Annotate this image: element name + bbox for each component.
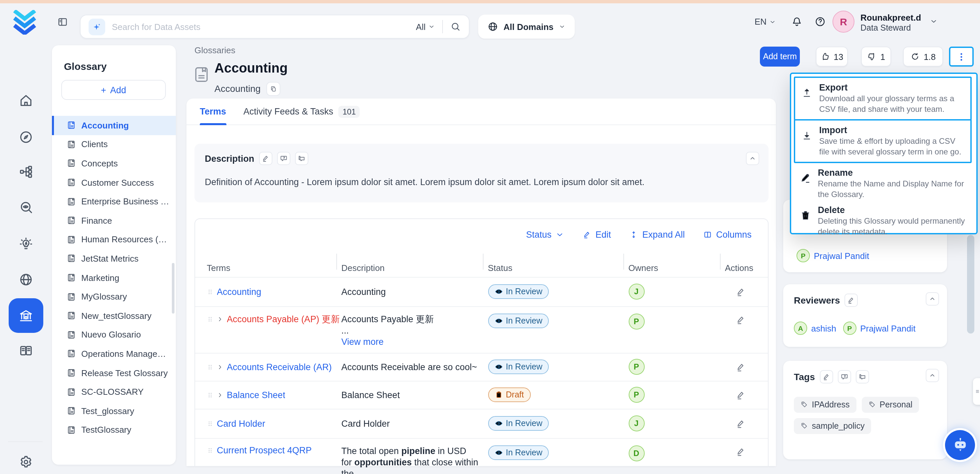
- owner-avatar[interactable]: J: [628, 415, 644, 431]
- edit-description-button[interactable]: [259, 152, 272, 165]
- glossary-item-12[interactable]: Operations Management: [52, 344, 176, 363]
- term-link[interactable]: Accounts Receivable (AR): [227, 362, 332, 372]
- glossary-item-1[interactable]: Clients: [52, 135, 176, 154]
- search-scope-dropdown[interactable]: All: [416, 22, 435, 32]
- drag-handle-icon[interactable]: [207, 315, 213, 323]
- assistant-chat-button[interactable]: [945, 430, 975, 460]
- app-logo-icon[interactable]: [13, 10, 37, 35]
- suggestions-button[interactable]: [295, 152, 309, 165]
- column-header-actions[interactable]: Actions: [725, 259, 768, 277]
- tag-chip[interactable]: IPAddress: [794, 396, 856, 412]
- sidebar-toggle-icon[interactable]: [57, 17, 68, 27]
- status-badge[interactable]: In Review: [488, 313, 549, 328]
- term-link[interactable]: Card Holder: [217, 418, 266, 428]
- edit-term-icon[interactable]: [736, 363, 746, 372]
- status-filter-dropdown[interactable]: Status: [526, 229, 565, 239]
- ai-sparkle-icon[interactable]: [89, 18, 105, 35]
- drag-handle-icon[interactable]: [207, 419, 213, 428]
- all-domains-dropdown[interactable]: All Domains: [478, 14, 575, 39]
- page-scrollbar[interactable]: [967, 235, 974, 334]
- drag-handle-icon[interactable]: [207, 363, 213, 371]
- owner-avatar[interactable]: P: [628, 359, 644, 375]
- term-link[interactable]: Current Prospect 4QRP: [217, 445, 312, 455]
- menu-item-rename[interactable]: Rename Rename the Name and Display Name …: [794, 163, 972, 204]
- drag-handle-icon[interactable]: [207, 287, 213, 296]
- column-header-description[interactable]: Description: [341, 259, 488, 277]
- owner-avatar[interactable]: P: [628, 387, 644, 403]
- add-glossary-button[interactable]: + Add: [61, 80, 166, 100]
- collapse-tags-button[interactable]: [926, 369, 939, 382]
- glossary-item-6[interactable]: Human Resources (HR): [52, 230, 176, 249]
- expand-row-chevron-icon[interactable]: [217, 316, 223, 322]
- user-avatar[interactable]: R: [832, 11, 854, 33]
- search-icon[interactable]: [450, 21, 461, 32]
- glossary-item-14[interactable]: SC-GLOSSARY: [52, 382, 176, 401]
- edit-term-icon[interactable]: [736, 315, 746, 325]
- view-more-link[interactable]: View more: [341, 337, 383, 347]
- owner-avatar[interactable]: P: [628, 313, 644, 329]
- term-link[interactable]: Balance Sheet: [227, 390, 285, 400]
- status-badge[interactable]: In Review: [488, 284, 549, 299]
- edit-button[interactable]: Edit: [583, 229, 611, 239]
- edit-tags-button[interactable]: [819, 370, 833, 383]
- suggestions-tags-button[interactable]: [856, 370, 869, 383]
- collapse-reviewers-button[interactable]: [926, 292, 939, 305]
- help-icon[interactable]: [815, 16, 826, 27]
- notifications-bell-icon[interactable]: [791, 16, 802, 27]
- kebab-menu-button[interactable]: [949, 46, 974, 67]
- glossary-list-scrollbar[interactable]: [172, 263, 175, 313]
- edit-term-icon[interactable]: [736, 447, 746, 457]
- rail-item-settings-gear[interactable]: [18, 454, 33, 469]
- edit-term-icon[interactable]: [736, 390, 746, 401]
- language-dropdown[interactable]: EN: [754, 17, 776, 27]
- column-header-terms[interactable]: Terms: [207, 259, 341, 277]
- glossary-item-16[interactable]: TestGlossary: [52, 420, 176, 439]
- drag-handle-icon[interactable]: [207, 446, 213, 454]
- status-badge[interactable]: In Review: [488, 416, 549, 431]
- glossary-item-11[interactable]: Nuevo Glosario: [52, 325, 176, 344]
- glossary-item-7[interactable]: JetStat Metrics: [52, 249, 176, 268]
- tag-chip[interactable]: Personal: [862, 396, 920, 412]
- rail-item-governance-bank[interactable]: [8, 298, 43, 333]
- glossary-item-2[interactable]: Concepts: [52, 154, 176, 173]
- drag-handle-icon[interactable]: [207, 390, 213, 399]
- owner-avatar[interactable]: D: [628, 445, 644, 461]
- term-link[interactable]: Accounts Payable (AP) 更新: [227, 313, 340, 325]
- collapse-description-button[interactable]: [746, 152, 759, 165]
- rail-item-workflow[interactable]: [18, 164, 33, 179]
- glossary-item-3[interactable]: Customer Success: [52, 173, 176, 192]
- edit-term-icon[interactable]: [736, 419, 746, 429]
- comment-button[interactable]: [277, 152, 290, 165]
- menu-item-export[interactable]: Export Download all your glossary terms …: [794, 76, 972, 121]
- glossary-item-10[interactable]: New_testGlossary: [52, 306, 176, 325]
- status-badge[interactable]: In Review: [488, 359, 549, 374]
- status-badge[interactable]: Draft: [488, 387, 530, 402]
- expand-row-chevron-icon[interactable]: [217, 364, 223, 370]
- glossary-item-0[interactable]: Accounting: [52, 116, 176, 135]
- glossary-item-13[interactable]: Release Test Glossary: [52, 363, 176, 382]
- column-header-status[interactable]: Status: [488, 259, 628, 277]
- docked-widget-tab[interactable]: ≡: [973, 378, 980, 405]
- rail-item-globe[interactable]: [18, 272, 33, 286]
- menu-item-import[interactable]: Import Save time & effort by uploading a…: [794, 119, 972, 163]
- rail-item-home[interactable]: [18, 93, 33, 108]
- rail-item-insights-bulb[interactable]: [18, 237, 33, 252]
- columns-button[interactable]: Columns: [703, 229, 752, 239]
- status-badge[interactable]: In Review: [488, 445, 549, 460]
- user-menu-chevron-icon[interactable]: [930, 17, 938, 25]
- person-link[interactable]: P Prajwal Pandit: [797, 249, 869, 262]
- tab-terms[interactable]: Terms: [200, 98, 226, 125]
- menu-item-delete[interactable]: Delete Deleting this Glossary would perm…: [794, 200, 972, 242]
- expand-all-button[interactable]: Expand All: [630, 229, 685, 239]
- glossary-item-9[interactable]: MyGlossary: [52, 287, 176, 306]
- person-link[interactable]: A ashish: [794, 321, 836, 335]
- comment-tags-button[interactable]: [837, 370, 851, 383]
- global-search-input[interactable]: Search for Data Assets All: [80, 14, 469, 39]
- freshness-button[interactable]: 1.8: [903, 46, 943, 67]
- rail-item-compass[interactable]: [18, 129, 33, 144]
- breadcrumb[interactable]: Glossaries: [194, 45, 235, 55]
- glossary-item-8[interactable]: Marketing: [52, 268, 176, 287]
- glossary-item-4[interactable]: Enterprise Business Ter...: [52, 192, 176, 211]
- dislikes-button[interactable]: 1: [861, 46, 891, 67]
- copy-name-button[interactable]: [266, 82, 280, 96]
